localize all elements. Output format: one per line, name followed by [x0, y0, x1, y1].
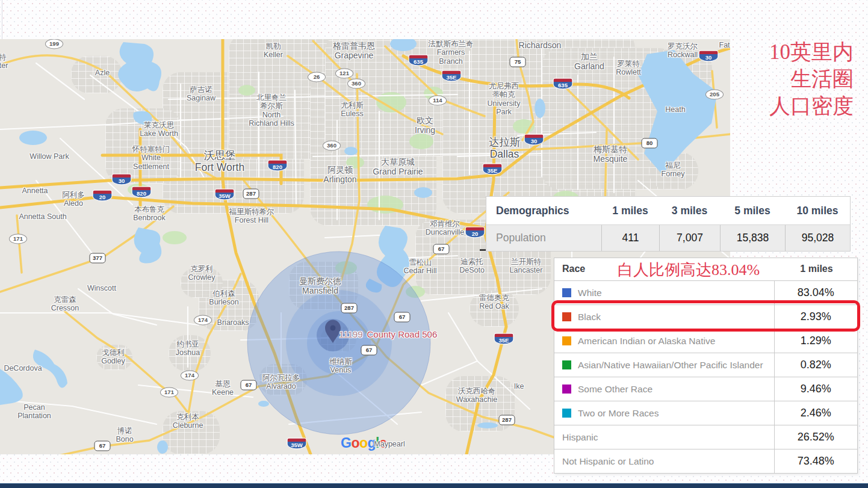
us-shield-icon: 287: [243, 189, 259, 199]
map-place-label-line: 福里斯特希尔: [229, 208, 274, 216]
map-place-label: 沃思堡Fort Worth: [195, 149, 244, 173]
map-place-label-line: 特: [0, 53, 8, 61]
map-place-label-line: Crowley: [188, 273, 215, 282]
map-place-label: 罗克沃尔Rockwall: [668, 42, 698, 60]
map-place-label: 曼斯费尔德Mansfield: [299, 276, 341, 295]
map-place-label: Maypearl: [374, 440, 405, 448]
map-place-label: 沃克西哈奇Waxahachie: [456, 387, 497, 404]
race-color-swatch: [562, 360, 571, 369]
map-place-label-line: 大草原城: [373, 157, 423, 167]
map-place-label-line: Rowlett: [616, 68, 641, 76]
map-place-label: 克罗利Crowley: [188, 265, 215, 282]
race-row-value: 2.46%: [774, 401, 857, 425]
map-place-label: 罗莱特Rowlett: [616, 60, 641, 77]
race-row-label-cell: Two or More Races: [554, 401, 774, 425]
map-place-label-line: 基恩: [212, 380, 234, 388]
map-place-label-line: Park: [488, 108, 521, 116]
demographics-table: Demographics 1 miles 3 miles 5 miles 10 …: [486, 196, 851, 252]
us-shield-icon: 287: [341, 303, 358, 313]
race-row-label-cell: American Indian or Alaska Native: [554, 329, 774, 353]
map-place-label-line: Irving: [415, 125, 435, 135]
population-1mi: 411: [601, 225, 659, 251]
interstate-shield-icon: 20: [465, 227, 485, 238]
state-shield-icon: 174: [181, 371, 199, 381]
map-place-label-line: Alvarado: [262, 382, 300, 391]
interstate-shield-icon: 635: [409, 55, 429, 66]
race-row-label: Hispanic: [562, 432, 598, 443]
map-place-label-line: Forney: [662, 170, 685, 178]
map-place-label-line: 兰开斯特: [510, 258, 543, 266]
state-shield-icon: 205: [705, 90, 724, 100]
map-place-label-line: 曼斯费尔德: [299, 276, 341, 286]
interstate-shield-icon: 30: [112, 174, 132, 185]
map-place-label-line: 本布鲁克: [133, 205, 166, 214]
map-place-label: 邓肯维尔Duncanville: [426, 220, 465, 237]
map-place-label: Heath: [665, 105, 685, 114]
map-place-label-line: 莱克沃思: [140, 121, 178, 129]
map-place-label: 雷德奥克Red Oak: [479, 294, 509, 311]
race-row-label: Black: [578, 312, 601, 323]
us-shield-icon: 287: [499, 415, 515, 425]
race-row: White83.04%: [554, 281, 857, 305]
footer-bar: [0, 483, 868, 488]
race-row-value: 0.82%: [774, 353, 857, 377]
map-place-label-line: DeCordova: [4, 364, 42, 372]
race-color-swatch: [562, 312, 571, 321]
map-place-label: 怀特塞特门WhiteSettlement: [132, 145, 170, 171]
map-place-label-line: 维纳斯: [329, 357, 352, 366]
us-shield-icon: 67: [95, 441, 111, 451]
title-annotation-line-3: 人口密度: [769, 93, 854, 120]
race-row: Black2.93%: [554, 305, 857, 329]
map-place-label: DeCordova: [4, 364, 42, 372]
us-shield-icon: 80: [642, 138, 658, 149]
map-place-label-line: Grand Prairie: [373, 167, 423, 176]
map-place-label: 格雷普韦恩Grapevine: [333, 41, 375, 60]
interstate-shield-icon: 635: [553, 78, 573, 90]
map-place-label: Briaroaks: [217, 318, 249, 327]
map-place-label-line: Fort Worth: [195, 161, 244, 173]
map-place-label: 福尼Forney: [662, 161, 685, 179]
map-place-label: 戈德利Godley: [101, 348, 125, 366]
map-place-label: PecanPlantation: [17, 403, 51, 421]
interstate-shield-icon: 35E: [442, 70, 462, 82]
map-place-label-line: 克雷森: [51, 295, 79, 304]
race-row-value: 1.29%: [774, 329, 857, 353]
map-place-label: 克雷森Cresson: [51, 295, 79, 313]
map-place-label-line: 尤尼弗西: [488, 82, 521, 90]
map-place-label-line: 梅斯基特: [594, 144, 628, 154]
map-place-label-line: Heath: [665, 105, 685, 114]
interstate-shield-icon: 35W: [215, 189, 235, 200]
demographics-header-5mi: 5 miles: [720, 205, 785, 217]
map-place-label-line: Aledo: [62, 199, 85, 208]
map-place-label-line: 达拉斯: [489, 136, 521, 148]
map-place-label: 雪松山Cedar Hill: [404, 258, 437, 276]
race-row-label-cell: Asian/Native Hawaiian/Other Pacific Isla…: [554, 353, 774, 377]
map-place-label-line: 萨吉诺: [187, 85, 215, 94]
map-place-label-line: 希尔斯: [249, 102, 294, 110]
race-header-1mi: 1 miles: [775, 264, 858, 274]
population-10mi: 95,028: [785, 225, 850, 251]
map-place-label-line: Farmers: [429, 48, 474, 57]
map-place-label-line: Richland Hills: [249, 119, 294, 128]
map-place-label: 伯利森Burleson: [209, 289, 238, 307]
map-place-label-line: Winscott: [87, 284, 116, 292]
state-shield-icon: 171: [9, 234, 27, 244]
map-place-label: Annetta South: [19, 212, 66, 221]
map-place-label-line: 格雷普韦恩: [333, 41, 375, 51]
state-shield-icon: 360: [323, 141, 341, 151]
race-row: Two or More Races2.46%: [554, 401, 857, 425]
map-place-label: 本布鲁克Benbrook: [133, 205, 166, 223]
interstate-shield-icon: 35E: [494, 333, 514, 345]
map-place-label-line: 尤利斯: [341, 101, 364, 110]
map-place-label-line: Keller: [264, 51, 283, 59]
map-place-label-line: Waxahachie: [456, 395, 497, 404]
slide: 11199County Road 506 Google 特rterAzle凯勒K…: [0, 0, 868, 488]
us-shield-icon: 67: [394, 312, 411, 323]
map-place-label-line: Grapevine: [333, 51, 375, 60]
map-place-label-line: 北里奇兰: [249, 93, 294, 102]
map-place-label: Winscott: [87, 284, 116, 292]
map-place-label-line: 怀特塞特门: [132, 145, 170, 153]
map-place-label-line: 雷德奥克: [479, 294, 509, 302]
map-place-label-line: 阿尔瓦拉多: [262, 374, 300, 382]
race-row-label: American Indian or Alaska Native: [578, 336, 715, 347]
